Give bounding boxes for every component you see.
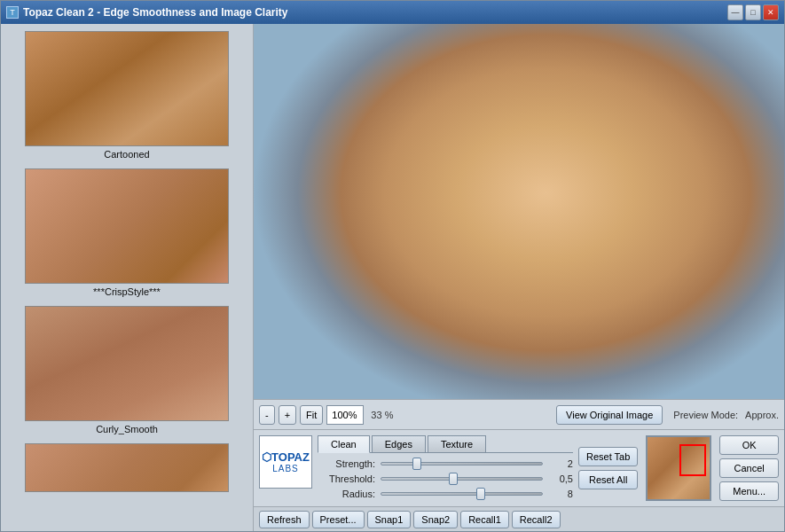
logo-topaz-text: ⬡TOPAZ [262,450,310,464]
threshold-value: 0,5 [548,473,573,484]
threshold-thumb[interactable] [449,473,458,485]
preview-mode-value: Approx. [745,410,779,420]
preview-image [254,24,784,399]
preview-area [254,24,784,399]
preset-label: Cartooned [104,149,149,160]
preset-thumbnail [25,443,229,492]
window-title: Topaz Clean 2 - Edge Smoothness and Imag… [23,6,288,19]
snap2-button[interactable]: Snap2 [413,511,458,528]
close-button[interactable]: ✕ [763,4,779,20]
menu-button[interactable]: Menu... [719,481,779,501]
cancel-button[interactable]: Cancel [719,458,779,478]
threshold-slider[interactable] [381,477,543,481]
reset-all-button[interactable]: Reset All [578,470,638,489]
preview-mode-label: Preview Mode: [673,410,738,420]
navigator-rect [679,444,706,476]
list-item[interactable]: Curly_Smooth [3,302,251,440]
zoom-plus-button[interactable]: + [279,405,296,425]
action-buttons: OK Cancel Menu... [719,435,779,501]
radius-row: Radius: 8 [318,489,573,499]
preset-thumbnail [25,306,229,421]
threshold-row: Threshold: 0,5 [318,473,573,484]
sliders-area: Strength: 2 Threshold: 0, [318,457,573,499]
preset-label: Curly_Smooth [96,424,158,434]
strength-thumb[interactable] [412,458,421,470]
zoom-minus-button[interactable]: - [259,405,275,425]
app-icon: T [6,6,19,19]
tab-edges[interactable]: Edges [372,435,426,452]
radius-thumb[interactable] [476,488,485,500]
refresh-button[interactable]: Refresh [259,511,310,528]
strength-value: 2 [548,458,573,469]
preset-label: ***CrispStyle*** [93,286,161,297]
threshold-label: Threshold: [318,473,375,484]
window-controls: — □ ✕ [727,4,779,20]
main-window: T Topaz Clean 2 - Edge Smoothness and Im… [0,0,785,532]
tab-texture[interactable]: Texture [428,435,486,452]
recall1-button[interactable]: Recall1 [460,511,509,528]
preset-thumbnail [25,31,229,146]
logo-labs-text: LABS [272,464,299,473]
radius-label: Radius: [318,489,375,499]
list-item[interactable]: Cartooned [3,27,251,165]
main-content: Cartooned ***CrispStyle*** Curly_Smooth [1,24,784,531]
preset-panel: Cartooned ***CrispStyle*** Curly_Smooth [1,24,254,531]
tabs-and-sliders: Clean Edges Texture Strength: 2 [318,435,573,501]
bottom-bar: Refresh Preset... Snap1 Snap2 Recall1 Re… [254,506,784,531]
title-bar: T Topaz Clean 2 - Edge Smoothness and Im… [1,1,784,24]
strength-label: Strength: [318,458,375,469]
radius-slider[interactable] [381,492,543,496]
minimize-button[interactable]: — [727,4,743,20]
radius-value: 8 [548,489,573,499]
tab-clean[interactable]: Clean [318,435,370,453]
strength-row: Strength: 2 [318,458,573,469]
topaz-logo: ⬡TOPAZ LABS [259,435,312,489]
zoom-info: 33 % [371,410,393,420]
snap1-button[interactable]: Snap1 [367,511,412,528]
list-item[interactable] [3,440,251,497]
preset-list[interactable]: Cartooned ***CrispStyle*** Curly_Smooth [1,24,253,531]
title-bar-left: T Topaz Clean 2 - Edge Smoothness and Im… [6,6,288,19]
controls-panel: ⬡TOPAZ LABS Clean Edges Texture Strength [254,429,784,506]
tab-bar: Clean Edges Texture [318,435,573,453]
navigator-thumbnail[interactable] [646,435,711,501]
right-panel: - + Fit 100% 33 % View Original Image Pr… [254,24,784,531]
toolbar: - + Fit 100% 33 % View Original Image Pr… [254,399,784,429]
ok-button[interactable]: OK [719,435,779,455]
preset-thumbnail [25,168,229,284]
maximize-button[interactable]: □ [745,4,761,20]
zoom-percent-display: 100% [326,405,364,425]
thumbnail-navigator [643,435,714,501]
list-item[interactable]: ***CrispStyle*** [3,165,251,302]
recall2-button[interactable]: Recall2 [512,511,561,528]
strength-slider[interactable] [381,462,543,466]
reset-buttons: Reset Tab Reset All [578,435,638,501]
fit-button[interactable]: Fit [300,405,323,425]
view-original-button[interactable]: View Original Image [556,405,663,425]
preset-button[interactable]: Preset... [312,511,365,528]
reset-tab-button[interactable]: Reset Tab [578,447,638,466]
